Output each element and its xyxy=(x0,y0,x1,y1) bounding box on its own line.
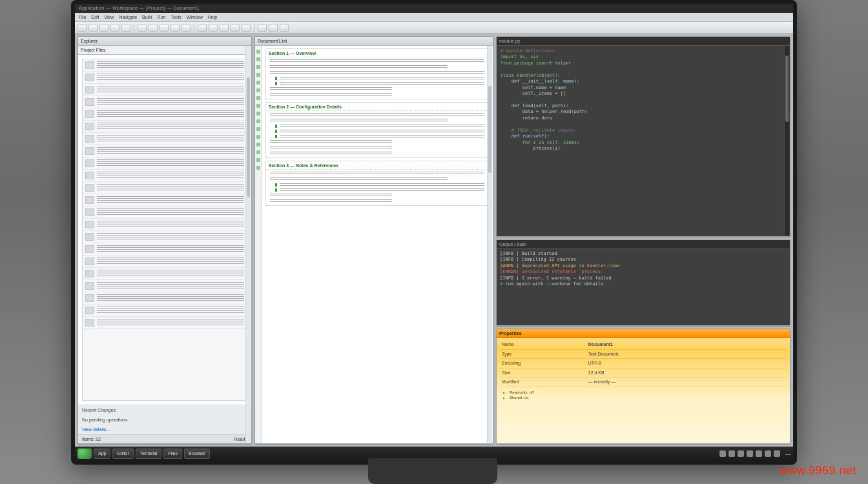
menu-view[interactable]: View xyxy=(104,13,114,21)
property-value: — recently — xyxy=(586,378,787,387)
document-body[interactable]: Section 1 — OverviewSection 2 — Configur… xyxy=(262,46,493,443)
list-item[interactable] xyxy=(83,243,247,256)
list-item[interactable] xyxy=(83,194,247,207)
toolbar-button[interactable] xyxy=(78,24,87,32)
explorer-scrollbar[interactable] xyxy=(245,46,251,443)
toolbar-button[interactable] xyxy=(280,24,289,32)
bullet-line xyxy=(275,183,484,187)
explorer-header: Project Files xyxy=(78,46,251,55)
list-item[interactable] xyxy=(83,182,247,194)
toolbar-button[interactable] xyxy=(220,24,229,32)
code-scrollbar[interactable] xyxy=(784,46,789,236)
console-pane: Output / Build [INFO ] Build started[INF… xyxy=(496,239,790,326)
taskbar-task[interactable]: Browser xyxy=(184,449,210,459)
tray-icon[interactable] xyxy=(719,450,726,457)
file-icon xyxy=(85,110,94,118)
code-editor[interactable]: # module definitions import os, sys from… xyxy=(497,46,790,236)
console-line: [INFO ] Build started xyxy=(500,251,787,257)
window-titlebar[interactable]: Application — Workspace — [Project] — Do… xyxy=(75,4,793,13)
property-bullet: Shared: no xyxy=(510,395,787,400)
menu-tools[interactable]: Tools xyxy=(170,13,181,21)
footer-link[interactable]: View details… xyxy=(82,427,247,432)
taskbar-clock: — xyxy=(785,451,790,457)
list-item[interactable] xyxy=(83,133,247,145)
toolbar-button[interactable] xyxy=(231,24,240,32)
list-item[interactable] xyxy=(83,207,247,219)
list-item[interactable] xyxy=(83,121,247,133)
list-item[interactable] xyxy=(83,108,247,121)
list-item[interactable] xyxy=(83,84,247,96)
gutter-mark xyxy=(256,143,260,146)
console-output[interactable]: [INFO ] Build started[INFO ] Compiling 1… xyxy=(497,249,790,325)
list-item[interactable] xyxy=(83,157,247,170)
list-item[interactable] xyxy=(83,268,247,280)
taskbar-task[interactable]: Files xyxy=(163,449,182,459)
properties-pane: Properties NameDocument1TypeText Documen… xyxy=(496,328,790,444)
console-tab[interactable]: Output / Build xyxy=(497,240,790,249)
paragraph xyxy=(270,199,392,203)
list-item[interactable] xyxy=(83,72,247,84)
list-item-label xyxy=(97,74,244,80)
explorer-tab[interactable]: Explorer xyxy=(78,37,251,46)
code-tab[interactable]: module.py xyxy=(497,37,790,46)
list-item[interactable] xyxy=(83,317,247,329)
list-item[interactable] xyxy=(83,256,247,268)
scroll-thumb[interactable] xyxy=(247,77,250,197)
toolbar-button[interactable] xyxy=(258,24,267,32)
toolbar-button[interactable] xyxy=(269,24,278,32)
tray-icon[interactable] xyxy=(728,450,735,457)
list-item-label xyxy=(97,294,244,301)
toolbar-button[interactable] xyxy=(99,24,108,32)
taskbar-task[interactable]: Editor xyxy=(112,449,133,459)
toolbar-button[interactable] xyxy=(138,24,147,32)
scroll-thumb[interactable] xyxy=(785,55,789,122)
toolbar-button[interactable] xyxy=(209,24,218,32)
menu-file[interactable]: File xyxy=(79,13,86,21)
menu-build[interactable]: Build xyxy=(142,13,152,21)
list-item-label xyxy=(97,307,244,313)
menu-help[interactable]: Help xyxy=(208,13,217,21)
toolbar-button[interactable] xyxy=(160,24,169,32)
menu-edit[interactable]: Edit xyxy=(91,13,99,21)
list-item[interactable] xyxy=(83,231,247,243)
tray-icon[interactable] xyxy=(747,450,753,457)
list-item[interactable] xyxy=(83,145,247,157)
tray-icon[interactable] xyxy=(774,450,780,457)
list-item[interactable] xyxy=(83,219,247,231)
toolbar-button[interactable] xyxy=(242,24,251,32)
list-item[interactable] xyxy=(83,292,247,305)
menu-bar: FileEditViewNavigateBuildRunToolsWindowH… xyxy=(75,13,793,22)
document-scrollbar[interactable] xyxy=(487,46,492,443)
properties-tab[interactable]: Properties xyxy=(497,329,790,338)
toolbar-button[interactable] xyxy=(121,24,130,32)
properties-body: NameDocument1TypeText DocumentEncodingUT… xyxy=(497,338,790,443)
toolbar-button[interactable] xyxy=(181,24,191,32)
list-item-label xyxy=(97,221,244,227)
section-heading: Section 3 — Notes & References xyxy=(266,161,488,170)
list-item[interactable] xyxy=(83,170,247,182)
toolbar-button[interactable] xyxy=(110,24,119,32)
taskbar-task[interactable]: App xyxy=(94,449,110,459)
list-item[interactable] xyxy=(83,59,247,72)
menu-navigate[interactable]: Navigate xyxy=(119,13,137,21)
list-item[interactable] xyxy=(83,280,247,292)
explorer-list[interactable] xyxy=(82,59,247,401)
list-item-label xyxy=(97,110,244,117)
toolbar-button[interactable] xyxy=(198,24,207,32)
tray-icon[interactable] xyxy=(756,450,762,457)
bullet-line xyxy=(275,135,484,138)
toolbar-button[interactable] xyxy=(170,24,180,32)
list-item[interactable] xyxy=(83,305,247,317)
tray-icon[interactable] xyxy=(738,450,744,457)
taskbar-task[interactable]: Terminal xyxy=(136,449,161,459)
start-button[interactable] xyxy=(78,449,92,459)
scroll-thumb[interactable] xyxy=(488,86,491,173)
menu-run[interactable]: Run xyxy=(158,13,166,21)
workspace: Explorer Project Files Recent Changes No… xyxy=(75,34,793,447)
toolbar-button[interactable] xyxy=(149,24,158,32)
menu-window[interactable]: Window xyxy=(187,13,203,21)
document-tab[interactable]: Document1.txt xyxy=(255,37,493,46)
list-item[interactable] xyxy=(83,96,247,108)
toolbar-button[interactable] xyxy=(88,24,98,32)
tray-icon[interactable] xyxy=(765,450,771,457)
